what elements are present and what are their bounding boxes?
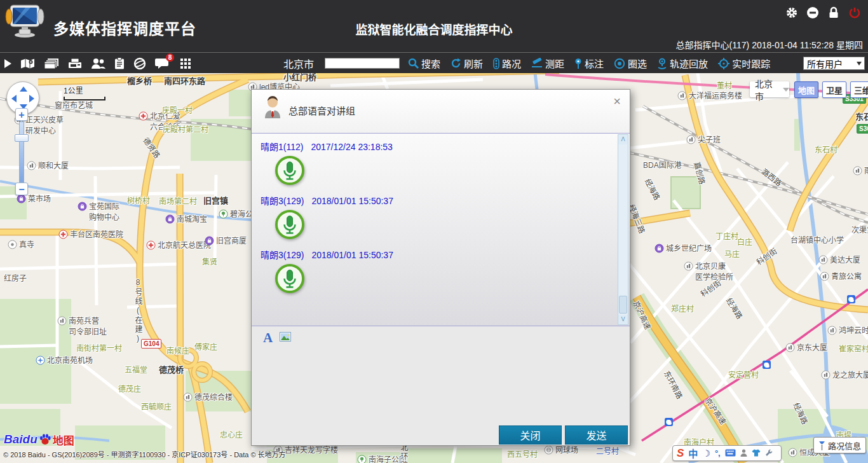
scroll-up-icon[interactable]: ᐱ <box>618 135 628 144</box>
map-label: 白庄 <box>737 238 752 247</box>
map-label-text: 潞西路 <box>760 167 783 188</box>
pan-right-icon[interactable] <box>29 95 34 102</box>
map-label-text: 宝苑国际 <box>89 202 119 211</box>
map-label: 青旅公寓 <box>820 272 862 283</box>
play-icon[interactable] <box>4 59 12 69</box>
fax-icon[interactable] <box>67 58 83 69</box>
map-label-row: 西毓顺庄 <box>141 403 172 411</box>
map-label: 科创街 <box>755 247 779 267</box>
voice-message: 晴朗3(129)2018/01/01 15:50:37 <box>261 194 614 242</box>
road-number-badge: G104 <box>141 339 161 349</box>
app-header: 多媒体指挥调度平台 监狱智能化融合调度指挥中心 总部指挥中心(117) 2018… <box>0 0 868 52</box>
map-label-row: G <box>665 418 673 426</box>
map-label-text: 经海路 <box>643 177 661 202</box>
map-label-text: 京沪高速 <box>703 396 728 426</box>
track-playback-button[interactable]: 轨迹回放 <box>657 57 708 70</box>
view-3d-button[interactable]: 三维 <box>850 81 868 98</box>
map-label-row: 窗帘布艺城 <box>55 101 93 110</box>
map-label-text: 青旅公寓 <box>831 272 862 281</box>
traffic-info-button[interactable]: 路况信息 <box>813 437 866 453</box>
lock-icon[interactable] <box>827 6 841 20</box>
keyboard-icon[interactable] <box>725 448 736 459</box>
realtime-follow-button[interactable]: 实时跟踪 <box>718 57 770 70</box>
map-label-text: 德茂庄 <box>118 385 141 394</box>
zoom-slider-track[interactable] <box>19 121 24 183</box>
punctuation-toggle[interactable]: °, <box>715 448 721 458</box>
settings-gear-icon[interactable] <box>785 6 799 20</box>
search-input[interactable] <box>325 58 400 69</box>
map-label-row: 南街村第一村 <box>76 344 122 353</box>
map-label-text: 窗帘布艺城 <box>55 101 93 110</box>
map-label-row: 庑殿村第二村 <box>163 125 208 134</box>
insert-image-icon[interactable] <box>280 332 291 343</box>
map-label-text: 北京南苑机场 <box>47 356 93 365</box>
zoom-out-button[interactable]: − <box>15 183 28 195</box>
clipboard-icon[interactable] <box>114 57 125 69</box>
compose-area[interactable] <box>252 349 630 424</box>
measure-button[interactable]: 测距 <box>531 57 564 70</box>
scrollbar-thumb[interactable] <box>619 296 627 314</box>
map-label-text: 京沪高速 <box>632 300 653 331</box>
map-label-row: G <box>763 361 771 369</box>
grid-apps-icon[interactable] <box>180 58 191 69</box>
message-time: 2017/12/24 23:18:53 <box>311 142 392 152</box>
scale-bar <box>64 97 105 100</box>
map-label-text: 雨之 <box>864 167 868 176</box>
map-label-row: 红房子 <box>4 274 27 283</box>
map-label-row: 潞西路 <box>760 167 783 188</box>
pan-left-icon[interactable] <box>11 95 17 102</box>
voice-play-button[interactable] <box>275 263 305 296</box>
refresh-button[interactable]: 刷新 <box>451 57 483 70</box>
wrench-icon[interactable] <box>765 448 773 459</box>
shop-icon <box>165 214 175 224</box>
hosp-icon <box>146 240 156 250</box>
close-icon[interactable]: × <box>611 95 623 107</box>
user-filter-dropdown[interactable]: 所有用户 <box>803 57 865 70</box>
user-icon[interactable] <box>740 448 747 459</box>
map-pin-icon[interactable] <box>20 58 36 69</box>
scroll-down-icon[interactable]: ᐯ <box>618 315 628 324</box>
message-scrollbar[interactable]: ᐱ ᐯ <box>618 134 628 325</box>
map-label: 红房子 <box>4 274 27 283</box>
map-label: 董村 <box>717 81 732 90</box>
traffic-button[interactable]: 路况 <box>493 57 521 70</box>
map-label-row: 台湖镇中心小学 <box>790 236 844 245</box>
view-map-button[interactable]: 地图 <box>794 81 818 98</box>
view-satellite-button[interactable]: 卫星 <box>822 81 846 98</box>
map-label-text: 北京航天总医院 <box>158 241 211 250</box>
bldg-icon <box>785 343 795 352</box>
map-label-text: 南街村第一村 <box>76 344 122 353</box>
chevron-down-icon <box>783 88 789 92</box>
sport-icon <box>544 445 553 455</box>
sogou-logo-icon[interactable]: S <box>677 448 684 459</box>
circle-select-button[interactable]: 圈选 <box>614 57 647 70</box>
chat-bubble-icon[interactable]: 8 <box>155 57 172 70</box>
minimize-icon[interactable] <box>806 6 820 20</box>
windows-layers-icon[interactable] <box>44 58 59 69</box>
moon-icon[interactable]: ☽ <box>702 448 710 459</box>
users-icon[interactable] <box>91 58 106 69</box>
close-button[interactable]: 关闭 <box>499 425 562 445</box>
search-button[interactable]: 搜索 <box>408 57 440 70</box>
voice-play-button[interactable] <box>275 155 305 188</box>
map-label-text: 南苑兵营 <box>69 317 99 326</box>
send-button[interactable]: 发送 <box>565 425 628 445</box>
map-label: 德贤路 <box>141 136 161 160</box>
map-label-row: 德茂综合楼 <box>183 392 233 402</box>
ime-toolbar[interactable]: S 中 ☽ °, <box>672 445 782 461</box>
dialog-title: 总部语音对讲组 <box>288 104 355 117</box>
font-icon[interactable]: A <box>263 331 273 345</box>
zoom-in-button[interactable]: + <box>15 108 28 121</box>
map-city-selector[interactable]: 北京市 <box>750 81 789 97</box>
pan-up-icon[interactable] <box>20 86 27 92</box>
message-user: 晴朗3(129) <box>261 250 304 260</box>
skin-shirt-icon[interactable] <box>752 448 761 459</box>
ime-language-toggle[interactable]: 中 <box>688 446 698 460</box>
power-icon[interactable] <box>848 6 862 20</box>
zoom-slider-handle[interactable] <box>15 134 29 142</box>
mark-button[interactable]: 标注 <box>574 57 604 70</box>
map-label-row: 嘉创路 <box>692 161 707 185</box>
ie-browser-icon[interactable] <box>133 57 147 70</box>
map-label-row: 董村 <box>717 81 732 90</box>
voice-play-button[interactable] <box>275 209 305 242</box>
